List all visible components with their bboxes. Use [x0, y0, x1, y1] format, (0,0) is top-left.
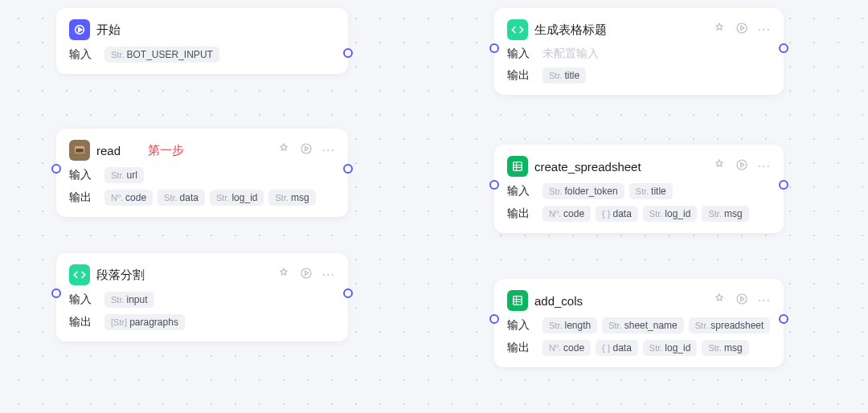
debug-icon[interactable]	[713, 22, 726, 38]
output-label: 输出	[69, 315, 96, 329]
debug-icon[interactable]	[713, 292, 726, 309]
output-label: 输出	[507, 341, 534, 355]
param-pill: Str.length	[542, 317, 597, 333]
param-pill: Str.log_id	[643, 340, 698, 356]
svg-rect-7	[514, 162, 522, 171]
output-port[interactable]	[343, 164, 353, 174]
annotation-text: 第一步	[148, 143, 184, 158]
param-pill: Str.folder_token	[542, 183, 624, 199]
input-port[interactable]	[51, 164, 61, 174]
node-title: 生成表格标题	[534, 22, 607, 38]
play-icon[interactable]	[300, 267, 313, 283]
input-label: 输入	[69, 47, 96, 62]
node-segment[interactable]: 段落分割 ··· 输入 Str.input 输出 [Str]paragraphs	[56, 253, 348, 341]
play-icon[interactable]	[300, 142, 313, 158]
spreadsheet-icon	[507, 156, 528, 177]
node-title: 段落分割	[96, 268, 145, 283]
input-label: 输入	[507, 47, 534, 61]
code-icon	[69, 264, 90, 285]
svg-point-12	[737, 294, 747, 304]
more-icon[interactable]: ···	[758, 22, 771, 37]
svg-point-5	[301, 268, 311, 278]
svg-rect-2	[76, 149, 83, 153]
node-title: add_cols	[534, 294, 583, 308]
param-pill: Str.msg	[702, 206, 748, 222]
param-pill: { }data	[596, 340, 638, 356]
param-pill: Str.title	[542, 67, 586, 84]
node-title: read	[96, 144, 121, 157]
svg-rect-10	[514, 296, 522, 305]
input-placeholder: 未配置输入	[542, 47, 599, 61]
start-icon	[69, 19, 90, 40]
output-label: 输出	[507, 206, 534, 221]
output-port[interactable]	[779, 314, 788, 324]
param-pill: Str.log_id	[210, 190, 264, 206]
param-pill: Str.spreadsheet	[689, 317, 771, 333]
input-label: 输入	[507, 184, 534, 198]
param-pill: Nº.code	[542, 340, 591, 356]
param-pill: Str.title	[629, 183, 673, 199]
param-pill: Str.input	[104, 292, 154, 308]
input-label: 输入	[69, 292, 96, 307]
svg-point-6	[737, 23, 747, 33]
param-pill: Str.msg	[702, 340, 748, 356]
output-port[interactable]	[779, 43, 788, 53]
param-pill: Str.url	[104, 167, 144, 183]
node-title: create_spreadsheet	[534, 160, 641, 174]
output-port[interactable]	[779, 180, 788, 190]
param-pill: Str.BOT_USER_INPUT	[104, 47, 219, 63]
param-pill: Str.sheet_name	[602, 317, 684, 333]
input-port[interactable]	[489, 314, 499, 324]
node-start[interactable]: 开始 输入 Str.BOT_USER_INPUT	[56, 8, 348, 74]
spreadsheet-icon	[507, 290, 528, 311]
node-add-cols[interactable]: add_cols ··· 输入 Str.length Str.sheet_nam…	[494, 279, 784, 367]
more-icon[interactable]: ···	[758, 159, 771, 174]
play-icon[interactable]	[735, 292, 748, 309]
output-label: 输出	[69, 190, 96, 205]
play-icon[interactable]	[735, 158, 748, 174]
node-create-spreadsheet[interactable]: create_spreadsheet ··· 输入 Str.folder_tok…	[494, 145, 784, 233]
node-read[interactable]: read 第一步 ··· 输入 Str.url 输出 Nº.code Str.d…	[56, 129, 348, 217]
svg-point-4	[301, 144, 311, 153]
browser-icon	[69, 140, 90, 161]
debug-icon[interactable]	[277, 142, 290, 158]
node-title: 开始	[96, 22, 121, 38]
more-icon[interactable]: ···	[322, 143, 335, 157]
debug-icon[interactable]	[277, 267, 290, 283]
param-pill: { }data	[596, 206, 638, 222]
play-icon[interactable]	[735, 22, 748, 38]
input-port[interactable]	[51, 288, 61, 298]
param-pill: [Str]paragraphs	[104, 314, 185, 330]
input-port[interactable]	[489, 43, 499, 53]
code-icon	[507, 19, 528, 40]
param-pill: Nº.code	[104, 190, 153, 206]
input-label: 输入	[507, 318, 534, 333]
input-label: 输入	[69, 168, 96, 182]
input-port[interactable]	[489, 180, 499, 190]
debug-icon[interactable]	[713, 158, 726, 174]
param-pill: Str.data	[158, 190, 205, 206]
param-pill: Str.msg	[268, 190, 315, 206]
param-pill: Str.log_id	[643, 206, 698, 222]
output-port[interactable]	[343, 288, 353, 298]
output-port[interactable]	[343, 48, 353, 58]
output-label: 输出	[507, 68, 534, 83]
node-gen-title[interactable]: 生成表格标题 ··· 输入 未配置输入 输出 Str.title	[494, 8, 784, 95]
svg-point-9	[737, 160, 747, 170]
more-icon[interactable]: ···	[758, 293, 771, 308]
more-icon[interactable]: ···	[322, 268, 335, 282]
param-pill: Nº.code	[542, 206, 591, 222]
